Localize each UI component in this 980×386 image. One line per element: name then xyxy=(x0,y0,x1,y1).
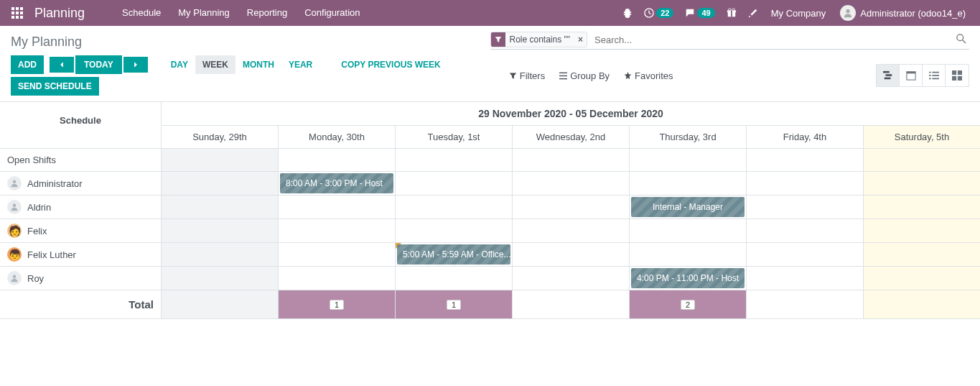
gantt-cell[interactable] xyxy=(630,149,747,171)
gantt-cell[interactable] xyxy=(747,196,864,219)
nav-configuration[interactable]: Configuration xyxy=(296,0,368,26)
gantt-cell[interactable]: 5:00 AM - 5:59 AM - Office... xyxy=(396,243,513,266)
gantt-cell[interactable] xyxy=(396,149,513,171)
svg-point-16 xyxy=(957,34,963,40)
scale-week[interactable]: WEEK xyxy=(195,55,235,74)
view-kanban-button[interactable] xyxy=(946,65,969,86)
gantt-cell[interactable] xyxy=(630,219,747,242)
gantt-cell[interactable]: 4:00 PM - 11:00 PM - Host xyxy=(630,267,747,290)
svg-rect-33 xyxy=(952,76,956,81)
gantt-cell[interactable] xyxy=(162,172,279,195)
next-button[interactable] xyxy=(123,57,148,73)
search-input[interactable] xyxy=(590,33,953,47)
gantt-cell[interactable] xyxy=(396,267,513,290)
shift-slot[interactable]: 5:00 AM - 5:59 AM - Office... xyxy=(397,244,510,265)
facet-remove-icon[interactable]: × xyxy=(574,35,587,45)
gantt-cell[interactable] xyxy=(513,219,630,242)
gantt-cell[interactable] xyxy=(747,267,864,290)
gantt-cell[interactable] xyxy=(747,219,864,242)
gantt-cell[interactable] xyxy=(279,267,396,290)
gantt-cell[interactable] xyxy=(747,172,864,195)
svg-point-37 xyxy=(13,275,17,279)
gantt-cell[interactable]: Internal - Manager xyxy=(630,196,747,219)
row-label: Roy xyxy=(27,273,44,284)
gantt-cell[interactable] xyxy=(279,196,396,219)
gantt-cell[interactable] xyxy=(279,219,396,242)
gantt-cell[interactable] xyxy=(162,149,279,171)
scale-month[interactable]: MONTH xyxy=(235,55,281,74)
tools-icon[interactable] xyxy=(742,0,764,26)
view-calendar-button[interactable] xyxy=(900,65,923,86)
svg-rect-34 xyxy=(958,76,962,81)
today-button[interactable]: TODAY xyxy=(75,55,122,74)
shift-slot[interactable]: 8:00 AM - 3:00 PM - Host xyxy=(280,173,393,193)
search-bar[interactable]: Role contains "" × xyxy=(490,32,970,50)
svg-rect-18 xyxy=(559,75,567,75)
gantt-cell[interactable] xyxy=(864,243,980,266)
user-menu[interactable]: Administrator (odoo14_e) xyxy=(833,5,973,21)
nav-my-planning[interactable]: My Planning xyxy=(169,0,238,26)
messaging-icon[interactable]: 49 xyxy=(679,0,720,26)
add-button[interactable]: ADD xyxy=(11,55,44,74)
shift-slot[interactable]: Internal - Manager xyxy=(631,197,745,217)
gantt-cell[interactable] xyxy=(396,196,513,219)
prev-button[interactable] xyxy=(50,57,74,73)
company-switcher[interactable]: My Company xyxy=(764,8,834,19)
copy-previous-week-button[interactable]: COPY PREVIOUS WEEK xyxy=(334,55,447,74)
gantt-cell[interactable]: 8:00 AM - 3:00 PM - Host xyxy=(279,172,396,195)
company-name: My Company xyxy=(771,8,826,19)
chevron-left-icon xyxy=(58,61,65,68)
row-label: Aldrin xyxy=(27,202,51,213)
gantt-cell[interactable] xyxy=(513,196,630,219)
gantt-cell[interactable] xyxy=(864,149,980,171)
nav-reporting[interactable]: Reporting xyxy=(238,0,296,26)
send-schedule-button[interactable]: SEND SCHEDULE xyxy=(11,77,99,96)
app-brand[interactable]: Planning xyxy=(34,6,85,21)
gantt-cell[interactable] xyxy=(864,267,980,290)
gift-icon[interactable] xyxy=(721,0,742,26)
gantt-cell[interactable] xyxy=(864,219,980,242)
gantt-row-administrator: Administrator 8:00 AM - 3:00 PM - Host xyxy=(0,172,980,196)
gantt-cell[interactable] xyxy=(864,196,980,219)
apps-menu-icon[interactable] xyxy=(7,3,27,23)
scale-day[interactable]: DAY xyxy=(164,55,195,74)
svg-rect-17 xyxy=(559,72,567,73)
scale-year[interactable]: YEAR xyxy=(281,55,319,74)
search-icon[interactable] xyxy=(953,34,969,46)
view-gantt-button[interactable] xyxy=(877,65,900,86)
filters-dropdown[interactable]: Filters xyxy=(509,70,545,81)
list-view-icon xyxy=(929,70,939,81)
gantt-cell[interactable] xyxy=(279,243,396,266)
svg-rect-21 xyxy=(885,74,892,76)
gantt-cell[interactable] xyxy=(513,243,630,266)
groupby-dropdown[interactable]: Group By xyxy=(559,70,610,81)
gantt-cell[interactable] xyxy=(162,219,279,242)
gantt-cell[interactable] xyxy=(513,172,630,195)
gantt-cell[interactable] xyxy=(162,243,279,266)
topbar: Planning Schedule My Planning Reporting … xyxy=(0,0,980,26)
gantt-cell[interactable] xyxy=(513,149,630,171)
gantt-cell[interactable] xyxy=(747,149,864,171)
gantt-cell[interactable] xyxy=(279,149,396,171)
gantt-cell[interactable] xyxy=(396,219,513,242)
gantt-cell[interactable] xyxy=(864,172,980,195)
svg-rect-28 xyxy=(932,75,939,76)
view-list-button[interactable] xyxy=(923,65,946,86)
gantt-cell[interactable] xyxy=(747,243,864,266)
svg-rect-31 xyxy=(952,70,956,75)
gantt-cell[interactable] xyxy=(162,267,279,290)
gantt-cell[interactable] xyxy=(630,172,747,195)
svg-rect-7 xyxy=(16,16,19,19)
favorites-dropdown[interactable]: Favorites xyxy=(624,70,673,81)
svg-rect-2 xyxy=(20,7,23,10)
shift-slot[interactable]: 4:00 PM - 11:00 PM - Host xyxy=(631,268,745,288)
gantt-cell[interactable] xyxy=(396,172,513,195)
gantt-cell[interactable] xyxy=(513,267,630,290)
activities-icon[interactable]: 22 xyxy=(638,0,679,26)
row-label: Felix Luther xyxy=(27,249,76,260)
gantt-cell[interactable] xyxy=(630,243,747,266)
nav-schedule[interactable]: Schedule xyxy=(113,0,169,26)
debug-icon[interactable] xyxy=(617,0,638,26)
total-cell xyxy=(162,290,279,318)
gantt-cell[interactable] xyxy=(162,196,279,219)
